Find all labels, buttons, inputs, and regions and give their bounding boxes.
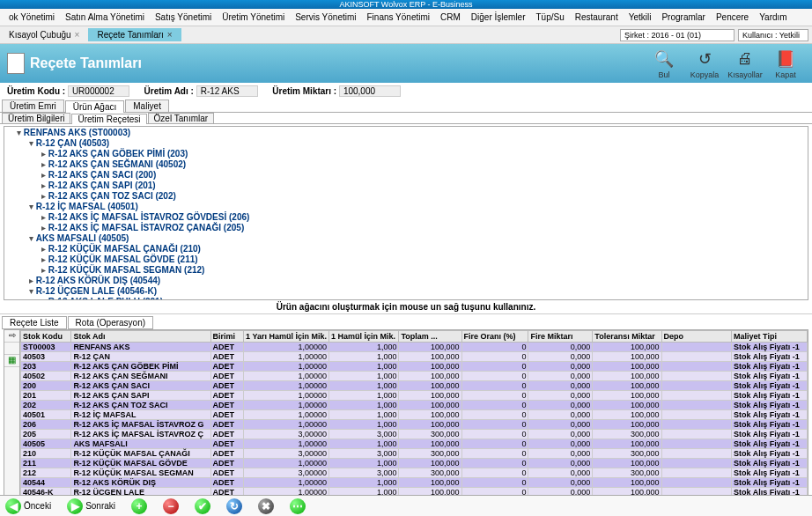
menu-item[interactable]: Diğer İşlemler (466, 12, 531, 22)
column-header[interactable]: Toplam ... (399, 331, 461, 343)
close-icon[interactable]: × (75, 30, 80, 40)
tree-node[interactable]: R-12 AKS ÇAN SACI (200) (41, 169, 808, 180)
table-row[interactable]: 210R-12 KÜÇÜK MAFSAL ÇANAĞIADET3,000003,… (21, 449, 808, 459)
tab-maliyet[interactable]: Maliyet (125, 100, 169, 112)
tab-shortcut[interactable]: Kısayol Çubuğu × (0, 28, 88, 41)
menu-item[interactable]: Satın Alma Yönetimi (60, 12, 150, 22)
cancel-footer-button[interactable]: ✖ (258, 498, 274, 514)
tree-node[interactable]: RENFANS AKS (ST00003) (17, 127, 808, 137)
tab-üretim-bilgileri[interactable]: Üretim Bilgileri (2, 113, 70, 123)
menu-item[interactable]: Satış Yönetimi (150, 12, 217, 22)
tab-özel-tanımlar[interactable]: Özel Tanımlar (148, 113, 215, 123)
tree-node[interactable]: R-12 AKS İÇ MAFSAL İSTAVROZ ÇANAĞI (205) (41, 222, 808, 232)
field-uretim-adi[interactable]: R-12 AKS (196, 85, 258, 97)
recipe-grid[interactable]: Stok KoduStok AdıBirimi1 Yarı Hamül İçin… (20, 330, 808, 516)
remove-button[interactable]: − (163, 498, 179, 514)
label-uretim-miktar: Üretim Miktarı : (272, 86, 336, 96)
toolbar: 🔍Bul ↺Kopyala 🖨Kısayollar 📕Kapat (645, 48, 805, 79)
next-button[interactable]: ▶Sonraki (67, 498, 115, 514)
table-row[interactable]: 203R-12 AKS ÇAN GÖBEK PİMİADET1,000001,0… (21, 362, 808, 372)
menu-item[interactable]: Tüp/Su (531, 12, 570, 22)
confirm-button[interactable]: ✔ (195, 498, 210, 514)
page-title: Reçete Tanımları (30, 55, 142, 71)
tree-node[interactable]: R-12 KÜÇÜK MAFSAL ÇANAĞI (210) (41, 243, 808, 254)
tree-node[interactable]: R-12 AKS ÇAN TOZ SACI (202) (41, 190, 808, 201)
tab-shortcut-label: Kısayol Çubuğu (9, 30, 71, 40)
table-row[interactable]: 205R-12 AKS İÇ MAFSAL İSTAVROZ ÇADET3,00… (21, 430, 808, 439)
title-bar: AKINSOFT Wolvox ERP - E-Business (0, 0, 812, 9)
tree-node[interactable]: R-12 KÜÇÜK MAFSAL GÖVDE (211) (41, 254, 808, 264)
menu-item[interactable]: Restaurant (570, 12, 624, 22)
tree-node[interactable]: R-12 ÜÇGEN LALE (40546-K) (29, 285, 808, 296)
tree-node[interactable]: AKS MAFSALI (40505) (29, 232, 808, 243)
tree-node[interactable]: R-12 ÇAN (40503) (29, 137, 808, 148)
main-menu: ok YönetimiSatın Alma YönetimiSatış Yöne… (0, 9, 812, 26)
menu-item[interactable]: Yardım (754, 12, 793, 22)
table-row[interactable]: 206R-12 AKS İÇ MAFSAL İSTAVROZ GADET1,00… (21, 420, 808, 430)
close-button[interactable]: 📕Kapat (766, 48, 805, 79)
menu-item[interactable]: Finans Yönetimi (362, 12, 436, 22)
column-header[interactable]: Stok Adı (71, 331, 210, 343)
tree-node[interactable]: R-12 AKS ÇAN GÖBEK PİMİ (203) (41, 148, 808, 158)
table-row[interactable]: 40502R-12 AKS ÇAN SEĞMANIADET1,000001,00… (21, 372, 808, 381)
add-button[interactable]: + (131, 498, 147, 514)
tab-ürün-ağacı[interactable]: Ürün Ağacı (65, 100, 124, 113)
table-row[interactable]: 212R-12 KÜÇÜK MAFSAL SEGMANADET3,000003,… (21, 468, 808, 478)
product-tree[interactable]: RENFANS AKS (ST00003)R-12 ÇAN (40503)R-1… (4, 126, 808, 300)
table-row[interactable]: 40505AKS MAFSALIADET1,000001,000100,0000… (21, 439, 808, 449)
table-row[interactable]: 200R-12 AKS ÇAN SACIADET1,000001,000100,… (21, 381, 808, 391)
column-header[interactable]: Birimi (210, 331, 244, 343)
field-uretim-kodu[interactable]: UR000002 (68, 85, 129, 97)
column-header[interactable]: Maliyet Tipi (732, 331, 808, 343)
column-header[interactable]: Depo (661, 331, 732, 343)
tree-node[interactable]: R-12 AKS ÇAN SAPI (201) (41, 180, 808, 190)
tree-node[interactable]: R-12 KÜÇÜK MAFSAL SEGMAN (212) (41, 264, 808, 275)
company-select[interactable]: Şirket : 2016 - 01 (01) (620, 29, 734, 41)
tree-node[interactable]: R-12 AKS ÇAN SEĞMANI (40502) (41, 158, 808, 169)
table-row[interactable]: 40544R-12 AKS KÖRÜK DIŞADET1,000001,0001… (21, 478, 808, 488)
field-uretim-miktar[interactable]: 100,000 (339, 85, 401, 97)
grid-tool-attach[interactable] (4, 343, 19, 355)
column-header[interactable]: 1 Yarı Hamül İçin Mik. (244, 331, 329, 343)
menu-item[interactable]: Programlar (656, 12, 710, 22)
document-icon (7, 53, 25, 74)
misc-button[interactable]: ⋯ (290, 498, 306, 514)
copy-button[interactable]: ↺Kopyala (685, 48, 724, 79)
column-header[interactable]: Toleransı Miktar (593, 331, 661, 343)
tab-üretim-reçetesi[interactable]: Üretim Reçetesi (71, 114, 146, 124)
document-tabs: Kısayol Çubuğu × Reçete Tanımları × Şirk… (0, 26, 812, 44)
find-button[interactable]: 🔍Bul (645, 48, 683, 79)
tab-recipe-label: Reçete Tanımları (97, 30, 163, 40)
tab-üretim-emri[interactable]: Üretim Emri (2, 100, 64, 112)
tree-node[interactable]: R-12 İÇ MAFSAL (40501) (29, 201, 808, 211)
tree-node[interactable]: R-12 AKS KÖRÜK DIŞ (40544) (29, 275, 808, 285)
menu-item[interactable]: CRM (435, 12, 466, 22)
menu-item[interactable]: Üretim Yönetimi (217, 12, 290, 22)
grid-tool-excel[interactable]: ▦ (4, 355, 19, 367)
table-row[interactable]: ST00003RENFANS AKSADET1,000001,000100,00… (21, 343, 808, 352)
shortcuts-button[interactable]: 🖨Kısayollar (726, 48, 764, 79)
tab-rota-(operasyon)[interactable]: Rota (Operasyon) (68, 316, 153, 329)
refresh-button[interactable]: ↻ (226, 498, 242, 514)
table-row[interactable]: 211R-12 KÜÇÜK MAFSAL GÖVDEADET1,000001,0… (21, 459, 808, 468)
close-icon[interactable]: × (167, 30, 173, 40)
label-uretim-kodu: Üretim Kodu : (7, 86, 65, 96)
tab-reçete-liste[interactable]: Reçete Liste (2, 316, 67, 329)
grid-tool-export[interactable]: ⇨ (4, 330, 19, 343)
column-header[interactable]: Stok Kodu (21, 331, 71, 343)
menu-item[interactable]: Servis Yönetimi (290, 12, 361, 22)
table-row[interactable]: 40501R-12 İÇ MAFSALADET1,000001,000100,0… (21, 410, 808, 420)
table-row[interactable]: 40503R-12 ÇANADET1,000001,000100,00000,0… (21, 352, 808, 362)
tree-node[interactable]: R-12 AKS İÇ MAFSAL İSTAVROZ GÖVDESİ (206… (41, 211, 808, 222)
column-header[interactable]: Fire Miktarı (528, 331, 593, 343)
column-header[interactable]: 1 Hamül İçin Mik. (328, 331, 398, 343)
menu-item[interactable]: Yetkili (624, 12, 657, 22)
prev-button[interactable]: ◀Önceki (5, 498, 51, 514)
menu-item[interactable]: ok Yönetimi (4, 12, 60, 22)
table-row[interactable]: 201R-12 AKS ÇAN SAPIADET1,000001,000100,… (21, 391, 808, 401)
menu-item[interactable]: Pencere (711, 12, 754, 22)
grid-wrap: ⇨ ▦ Stok KoduStok AdıBirimi1 Yarı Hamül … (4, 329, 808, 516)
tab-recipe[interactable]: Reçete Tanımları × (88, 28, 181, 41)
table-row[interactable]: 202R-12 AKS ÇAN TOZ SACIADET1,000001,000… (21, 401, 808, 410)
column-header[interactable]: Fire Oranı (%) (461, 331, 528, 343)
